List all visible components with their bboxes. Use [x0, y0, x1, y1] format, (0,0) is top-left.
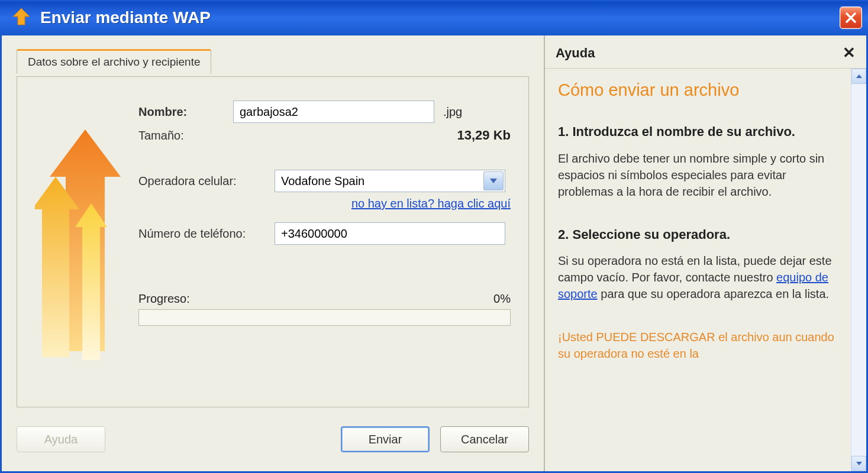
progress-bar — [138, 309, 511, 326]
titlebar: Enviar mediante WAP — [0, 0, 868, 35]
help-step2-body: Si su operadora no está en la lista, pue… — [558, 252, 839, 302]
help-step1-body: El archivo debe tener un nombre simple y… — [558, 150, 839, 200]
size-label: Tamaño: — [138, 129, 184, 142]
help-scrollbar[interactable] — [851, 69, 866, 471]
svg-marker-6 — [856, 462, 862, 465]
window-title: Enviar mediante WAP — [40, 8, 840, 27]
content-area: Datos sobre el archivo y recipiente — [0, 35, 868, 473]
svg-marker-0 — [13, 8, 30, 25]
chevron-down-icon — [856, 461, 863, 466]
help-step2-title: 2. Seleccione su operadora. — [558, 226, 839, 244]
cancel-button[interactable]: Cancelar — [440, 426, 529, 452]
svg-marker-4 — [490, 179, 497, 183]
help-panel: Ayuda ✕ Cómo enviar un archivo 1. Introd… — [544, 35, 866, 471]
svg-marker-5 — [856, 74, 862, 78]
name-label: Nombre: — [138, 105, 233, 119]
window-close-button[interactable] — [840, 7, 862, 29]
name-input[interactable] — [233, 101, 434, 123]
help-button: Ayuda — [17, 426, 105, 452]
main-panel: Datos sobre el archivo y recipiente — [2, 35, 544, 471]
tab-file-recipient[interactable]: Datos sobre el archivo y recipiente — [17, 49, 211, 74]
size-value: 13,29 Kb — [457, 128, 511, 143]
operator-label: Operadora celular: — [138, 174, 275, 188]
progress-value: 0% — [493, 292, 511, 306]
help-step1-title: 1. Introduzca el nombre de su archivo. — [558, 124, 839, 141]
phone-input[interactable] — [275, 222, 505, 245]
chevron-up-icon — [856, 74, 863, 79]
scroll-down-button[interactable] — [851, 456, 866, 471]
tab-body: Nombre: .jpg Tamaño: 13,29 Kb Operadora … — [17, 76, 529, 407]
scroll-up-button[interactable] — [851, 69, 866, 84]
help-panel-title: Ayuda — [556, 46, 843, 61]
help-heading: Cómo enviar un archivo — [558, 80, 839, 100]
app-icon — [11, 7, 32, 28]
operator-select[interactable] — [275, 170, 505, 192]
operator-dropdown-button[interactable] — [483, 171, 504, 190]
upload-arrows-graphic — [35, 101, 121, 389]
progress-label: Progreso: — [138, 292, 190, 306]
scroll-track[interactable] — [851, 84, 866, 456]
file-extension: .jpg — [443, 105, 462, 119]
chevron-down-icon — [489, 178, 498, 184]
not-listed-link[interactable]: no hay en lista? haga clic aquí — [351, 197, 511, 210]
phone-label: Número de teléfono: — [138, 227, 275, 241]
help-note: ¡Usted PUEDE DESCARGAR el archivo aun cu… — [558, 329, 839, 362]
close-icon — [845, 12, 857, 24]
help-close-button[interactable]: ✕ — [843, 44, 856, 62]
send-button[interactable]: Enviar — [341, 426, 430, 452]
